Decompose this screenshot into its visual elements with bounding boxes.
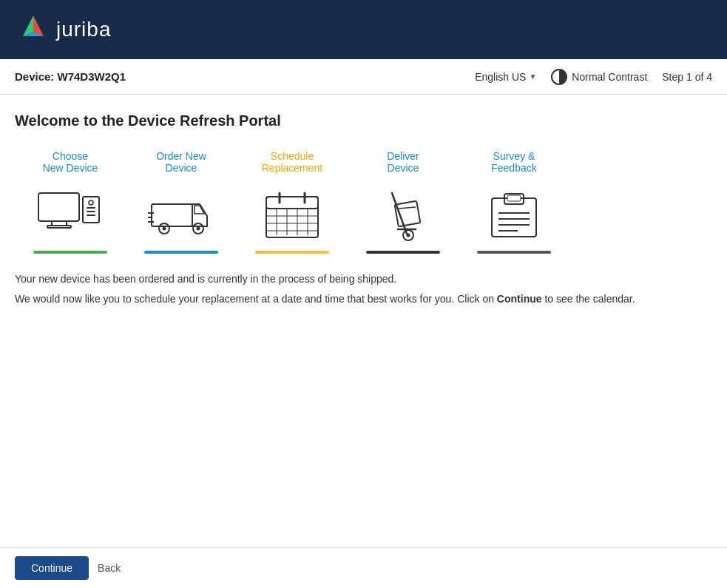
svg-rect-9: [87, 207, 95, 209]
language-selector[interactable]: English US ▼: [475, 71, 536, 83]
svg-rect-21: [266, 197, 318, 209]
svg-rect-4: [38, 193, 79, 221]
device-label: Device: W74D3W2Q1: [15, 70, 126, 83]
step-deliver-icon-box: [366, 186, 440, 245]
language-label: English US: [475, 71, 526, 83]
svg-rect-11: [87, 214, 95, 216]
contrast-label: Normal Contrast: [572, 71, 647, 83]
step-order-icon-box: [144, 186, 218, 245]
step-schedule-icon-box: [255, 186, 329, 245]
step-choose: ChooseNew Device: [15, 147, 126, 254]
survey-icon: [481, 189, 547, 241]
back-button[interactable]: Back: [98, 562, 121, 574]
main-content: Welcome to the Device Refresh Portal Cho…: [0, 95, 727, 326]
step-order-underline: [144, 251, 218, 254]
step-survey-label: Survey &Feedback: [491, 147, 536, 177]
choose-device-icon: [37, 189, 104, 241]
step-choose-icon-box: [33, 186, 107, 245]
step-survey-icon-box: [477, 186, 551, 245]
sub-header-right: English US ▼ Normal Contrast Step 1 of 4: [475, 69, 712, 85]
step-deliver: DeliverDevice: [348, 147, 459, 254]
continue-text-inline: Continue: [497, 293, 542, 305]
continue-button[interactable]: Continue: [15, 556, 89, 580]
contrast-toggle[interactable]: Normal Contrast: [551, 69, 647, 85]
contrast-icon: [551, 69, 567, 85]
step-order: Order NewDevice: [126, 147, 237, 254]
svg-rect-6: [47, 226, 71, 228]
step-schedule-underline: [255, 251, 329, 254]
svg-rect-20: [266, 197, 318, 237]
logo-area: juriba: [18, 14, 111, 45]
footer: Continue Back: [0, 547, 727, 588]
step-choose-label: ChooseNew Device: [43, 147, 98, 177]
step-indicator: Step 1 of 4: [662, 71, 712, 83]
deliver-icon: [370, 189, 436, 241]
svg-point-14: [163, 227, 166, 231]
svg-line-31: [392, 193, 407, 234]
svg-line-36: [398, 207, 416, 209]
info-line1: Your new device has been ordered and is …: [15, 271, 712, 287]
svg-rect-12: [152, 204, 192, 226]
language-dropdown-arrow: ▼: [529, 72, 536, 81]
step-survey: Survey &Feedback: [459, 147, 569, 254]
svg-point-16: [197, 227, 200, 231]
svg-rect-39: [507, 195, 521, 201]
step-survey-underline: [477, 251, 551, 254]
steps-row: ChooseNew Device Order NewDev: [15, 147, 712, 254]
svg-point-34: [407, 234, 410, 237]
info-line2: We would now like you to schedule your r…: [15, 291, 712, 307]
welcome-title: Welcome to the Device Refresh Portal: [15, 112, 712, 129]
juriba-logo-icon: [18, 14, 49, 45]
sub-header: Device: W74D3W2Q1 English US ▼ Normal Co…: [0, 59, 727, 95]
top-nav: juriba: [0, 0, 727, 59]
step-schedule: ScheduleReplacement: [237, 147, 348, 254]
step-schedule-label: ScheduleReplacement: [262, 147, 323, 177]
step-order-label: Order NewDevice: [156, 147, 206, 177]
svg-rect-10: [87, 211, 95, 212]
order-device-icon: [148, 189, 214, 241]
svg-rect-35: [395, 201, 421, 227]
schedule-icon: [259, 189, 325, 241]
svg-point-8: [89, 200, 93, 205]
logo-text: juriba: [56, 18, 111, 41]
step-deliver-label: DeliverDevice: [387, 147, 419, 177]
step-choose-underline: [33, 251, 107, 254]
step-deliver-underline: [366, 251, 440, 254]
